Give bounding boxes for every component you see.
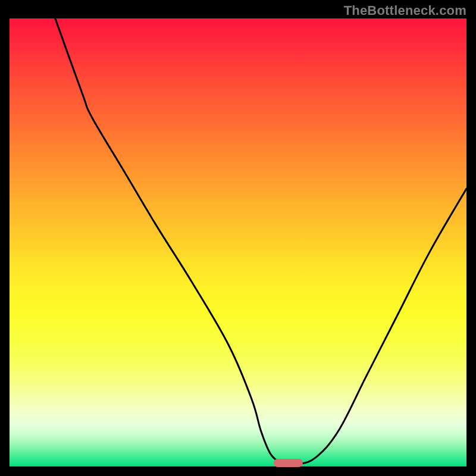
chart-frame: TheBottleneck.com — [0, 0, 476, 476]
watermark-text: TheBottleneck.com — [344, 3, 466, 18]
bottleneck-curve — [10, 18, 466, 466]
optimal-marker — [274, 459, 303, 467]
plot-area — [10, 18, 466, 466]
